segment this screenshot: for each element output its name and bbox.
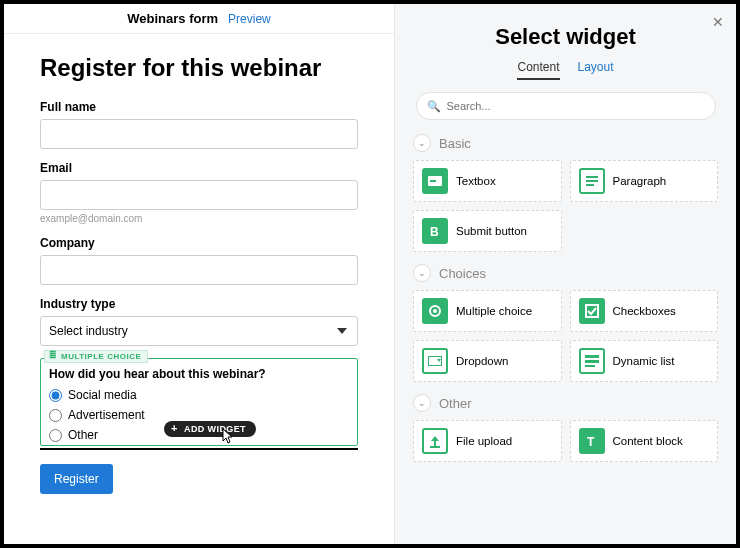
- svg-rect-9: [428, 356, 442, 366]
- section-label: Other: [439, 396, 472, 411]
- panel-tabs: Content Layout: [395, 60, 736, 80]
- company-input[interactable]: [40, 255, 358, 285]
- widget-label: Dynamic list: [613, 355, 675, 367]
- mc-option[interactable]: Social media: [41, 385, 357, 405]
- svg-rect-10: [585, 355, 599, 358]
- mc-radio[interactable]: [49, 389, 62, 402]
- widget-dropdown[interactable]: Dropdown: [413, 340, 562, 382]
- industry-select[interactable]: Select industry: [40, 316, 358, 346]
- search-icon: 🔍: [427, 100, 441, 113]
- mc-option-label: Social media: [68, 388, 137, 402]
- svg-rect-2: [586, 176, 598, 178]
- paragraph-icon: [579, 168, 605, 194]
- widget-label: Checkboxes: [613, 305, 676, 317]
- dropdown-icon: [422, 348, 448, 374]
- section-choices[interactable]: ⌄ Choices: [413, 264, 718, 282]
- widget-label: File upload: [456, 435, 512, 447]
- widget-dynamic-list[interactable]: Dynamic list: [570, 340, 719, 382]
- email-hint: example@domain.com: [40, 213, 358, 224]
- section-label: Choices: [439, 266, 486, 281]
- field-fullname[interactable]: Full name: [40, 100, 358, 149]
- mc-option-label: Other: [68, 428, 98, 442]
- svg-rect-4: [586, 184, 594, 186]
- fullname-label: Full name: [40, 100, 358, 114]
- form-title: Register for this webinar: [40, 54, 358, 82]
- cursor-icon: [222, 428, 236, 447]
- section-label: Basic: [439, 136, 471, 151]
- widget-panel: ✕ Select widget Content Layout 🔍 ⌄ Basic…: [394, 4, 736, 544]
- panel-title: Select widget: [395, 24, 736, 50]
- fullname-input[interactable]: [40, 119, 358, 149]
- submit-icon: B: [422, 218, 448, 244]
- close-icon[interactable]: ✕: [712, 14, 724, 30]
- checkbox-icon: [579, 298, 605, 324]
- chevron-down-icon: ⌄: [413, 394, 431, 412]
- section-other[interactable]: ⌄ Other: [413, 394, 718, 412]
- widget-textbox[interactable]: Textbox: [413, 160, 562, 202]
- svg-rect-13: [430, 446, 440, 448]
- svg-rect-12: [585, 365, 595, 367]
- chevron-down-icon: ⌄: [413, 264, 431, 282]
- svg-rect-3: [586, 180, 598, 182]
- svg-rect-11: [585, 360, 599, 363]
- svg-point-7: [433, 309, 437, 313]
- add-widget-pill[interactable]: ADD WIDGET: [164, 421, 256, 437]
- widget-label: Content block: [613, 435, 683, 447]
- insert-bar[interactable]: [40, 448, 358, 450]
- widget-multiple-choice[interactable]: Multiple choice: [413, 290, 562, 332]
- email-input[interactable]: [40, 180, 358, 210]
- text-block-icon: T: [579, 428, 605, 454]
- register-button[interactable]: Register: [40, 464, 113, 494]
- search-field[interactable]: 🔍: [416, 92, 716, 120]
- mc-type-tag: MULTIPLE CHOICE: [44, 350, 148, 363]
- mc-radio[interactable]: [49, 409, 62, 422]
- svg-rect-1: [430, 180, 436, 182]
- mc-radio[interactable]: [49, 429, 62, 442]
- email-label: Email: [40, 161, 358, 175]
- widget-file-upload[interactable]: File upload: [413, 420, 562, 462]
- widget-checkboxes[interactable]: Checkboxes: [570, 290, 719, 332]
- form-name: Webinars form: [127, 11, 218, 26]
- widget-label: Multiple choice: [456, 305, 532, 317]
- widget-label: Paragraph: [613, 175, 667, 187]
- canvas-topbar: Webinars form Preview: [4, 4, 394, 34]
- mc-option-label: Advertisement: [68, 408, 145, 422]
- company-label: Company: [40, 236, 358, 250]
- widget-label: Dropdown: [456, 355, 508, 367]
- field-company[interactable]: Company: [40, 236, 358, 285]
- form-builder-canvas: Webinars form Preview Register for this …: [4, 4, 394, 544]
- widget-label: Textbox: [456, 175, 496, 187]
- radio-icon: [422, 298, 448, 324]
- field-industry[interactable]: Industry type Select industry: [40, 297, 358, 346]
- svg-rect-8: [586, 305, 598, 317]
- chevron-down-icon: ⌄: [413, 134, 431, 152]
- widget-submit[interactable]: B Submit button: [413, 210, 562, 252]
- tab-content[interactable]: Content: [517, 60, 559, 80]
- section-basic[interactable]: ⌄ Basic: [413, 134, 718, 152]
- list-icon: [579, 348, 605, 374]
- search-input[interactable]: [447, 100, 705, 112]
- field-email[interactable]: Email example@domain.com: [40, 161, 358, 224]
- widget-paragraph[interactable]: Paragraph: [570, 160, 719, 202]
- svg-text:T: T: [587, 435, 595, 447]
- widget-content-block[interactable]: T Content block: [570, 420, 719, 462]
- widget-label: Submit button: [456, 225, 527, 237]
- tab-layout[interactable]: Layout: [578, 60, 614, 80]
- upload-icon: [422, 428, 448, 454]
- textbox-icon: [422, 168, 448, 194]
- industry-label: Industry type: [40, 297, 358, 311]
- svg-text:B: B: [430, 225, 439, 237]
- preview-link[interactable]: Preview: [228, 12, 271, 26]
